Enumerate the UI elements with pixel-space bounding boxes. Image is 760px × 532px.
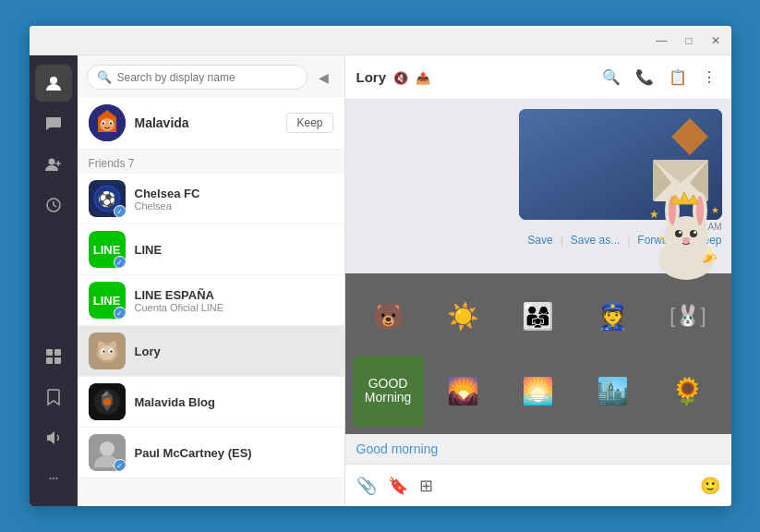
sticker-sunrise[interactable]: 🌅 [502,356,573,427]
sticker-rabbit-hero[interactable]: [🐰] [652,281,723,352]
sidebar-item-profile[interactable] [35,65,72,102]
svg-rect-3 [46,349,53,356]
svg-point-34 [100,441,115,456]
message-image-wrap: 3:02 AM Save | Save as... | Forward | Ke… [355,109,722,247]
svg-point-0 [50,77,57,84]
friend-avatar-lineespana: LINE ✓ [89,282,126,319]
sticker-bear[interactable]: 🐻 [353,281,424,352]
sticker-city[interactable]: 🏙️ [577,356,648,427]
message-image [519,109,722,220]
sticker-good-morning[interactable]: GOODMorning [353,356,424,427]
friend-avatar-line: LINE ✓ [89,231,126,268]
friend-name-malavida-blog: Malavida Blog [135,395,333,409]
friend-item-lory[interactable]: Lory [78,326,344,377]
friend-avatar-lory [89,332,126,369]
friend-avatar-chelsea: ⚽ ✓ [89,180,126,217]
keep-action[interactable]: Keep [695,234,721,247]
svg-point-11 [100,118,115,131]
friend-avatar-paul: ✓ [89,434,126,471]
sticker-mountain[interactable]: 🌄 [428,356,499,427]
message-timestamp: 3:02 AM [688,222,722,232]
friend-info-malavida-blog: Malavida Blog [135,395,333,409]
search-bar: 🔍 ◀ [78,55,344,97]
chat-input-bar: 📎 🔖 ⊞ 🙂 [345,464,731,506]
save-action[interactable]: Save [527,234,552,247]
verified-badge-lineespana: ✓ [114,307,126,319]
svg-point-27 [110,350,112,352]
keep-button[interactable]: Keep [286,113,332,133]
search-icon: 🔍 [97,70,112,84]
chat-more-icon[interactable]: ⋮ [698,65,720,90]
keep-item-name: Malavida [135,115,278,130]
bookmark-icon[interactable]: 🔖 [388,476,408,496]
chat-messages: 3:02 AM Save | Save as... | Forward | Ke… [345,100,731,273]
sidebar-item-bookmarks[interactable] [35,379,72,416]
search-input[interactable] [117,71,297,84]
emoji-icon[interactable]: 🙂 [700,476,720,496]
sticker-panel-container: ★ ★ ★ 🍌 🐻 ☀️ 👨‍👩‍👧 👮 [🐰] [345,273,731,434]
title-bar: — □ ✕ [30,26,731,55]
keep-item: Malavida Keep [78,97,344,150]
chat-contact-name: Lory 🔇 📤 [356,69,591,85]
chat-search-icon[interactable]: 🔍 [598,65,624,90]
friend-info-lineespana: LINE ESPAÑA Cuenta Oficial LINE [135,288,333,313]
sticker-sun[interactable]: ☀️ [428,281,499,352]
search-input-wrap[interactable]: 🔍 [87,65,308,90]
svg-point-23 [99,345,115,360]
svg-point-32 [103,398,111,405]
verified-badge-line: ✓ [114,256,126,268]
friend-name-lory: Lory [135,345,333,358]
svg-rect-5 [46,357,53,364]
sidebar-item-chat[interactable] [35,105,72,142]
attach-icon[interactable]: 📎 [356,476,377,496]
sidebar-nav: ··· [30,55,78,506]
friend-item-chelsea[interactable]: ⚽ ✓ Chelsea FC Chelsea [78,174,344,224]
sticker-family[interactable]: 👨‍👩‍👧 [502,281,573,352]
friend-name-lineespana: LINE ESPAÑA [135,288,333,302]
friend-info-paul: Paul McCartney (ES) [135,446,333,460]
maximize-button[interactable]: □ [682,32,695,49]
chat-call-icon[interactable]: 📞 [632,65,657,90]
panel-toggle-button[interactable]: ◀ [313,66,335,89]
keep-avatar [89,104,126,141]
sidebar-item-history[interactable] [35,187,72,224]
app-body: ··· 🔍 ◀ [30,55,731,506]
sticker-panel: 🐻 ☀️ 👨‍👩‍👧 👮 [🐰] GOODMorning 🌄 🌅 🏙️ 🌻 [345,273,731,434]
friend-item-paul[interactable]: ✓ Paul McCartney (ES) [78,428,344,478]
app-window: — □ ✕ [30,26,731,506]
sticker-person[interactable]: 👮 [577,281,648,352]
verified-badge-paul: ✓ [114,459,126,471]
chat-notes-icon[interactable]: 📋 [665,65,691,90]
svg-point-15 [110,122,112,125]
close-button[interactable]: ✕ [707,32,724,49]
friend-item-malavida-blog[interactable]: Malavida Blog [78,377,344,428]
verified-badge-chelsea: ✓ [114,205,126,217]
svg-text:⚽: ⚽ [98,190,116,208]
good-morning-area: Good morning [345,434,731,464]
svg-point-26 [103,350,104,352]
save-as-action[interactable]: Save as... [571,234,620,247]
sidebar-item-add-friend[interactable] [35,146,72,183]
friend-item-lineespana[interactable]: LINE ✓ LINE ESPAÑA Cuenta Oficial LINE [78,275,344,326]
sidebar-item-speaker[interactable] [35,419,72,456]
screenshot-icon[interactable]: ⊞ [419,476,433,496]
friend-name-chelsea: Chelsea FC [135,187,333,200]
good-morning-text: Good morning [356,441,439,456]
friend-avatar-malavida-blog [89,383,126,420]
svg-point-1 [48,159,54,165]
friends-panel: 🔍 ◀ [78,55,345,506]
sidebar-item-sticker-shop[interactable] [35,338,72,375]
friend-sub-chelsea: Chelsea [135,200,333,212]
message-actions: Save | Save as... | Forward | Keep [527,234,721,247]
chat-header: Lory 🔇 📤 🔍 📞 📋 ⋮ [345,55,731,100]
svg-rect-6 [54,357,61,364]
sticker-sunflower[interactable]: 🌻 [652,356,723,427]
minimize-button[interactable]: — [652,32,670,49]
forward-action[interactable]: Forward [637,234,678,247]
friend-info-chelsea: Chelsea FC Chelsea [135,187,333,212]
friend-item-line[interactable]: LINE ✓ LINE [78,224,344,275]
friend-info-line: LINE [135,243,333,257]
friend-info-lory: Lory [135,345,333,358]
sidebar-item-more[interactable]: ··· [35,460,72,497]
friend-name-paul: Paul McCartney (ES) [135,446,333,460]
